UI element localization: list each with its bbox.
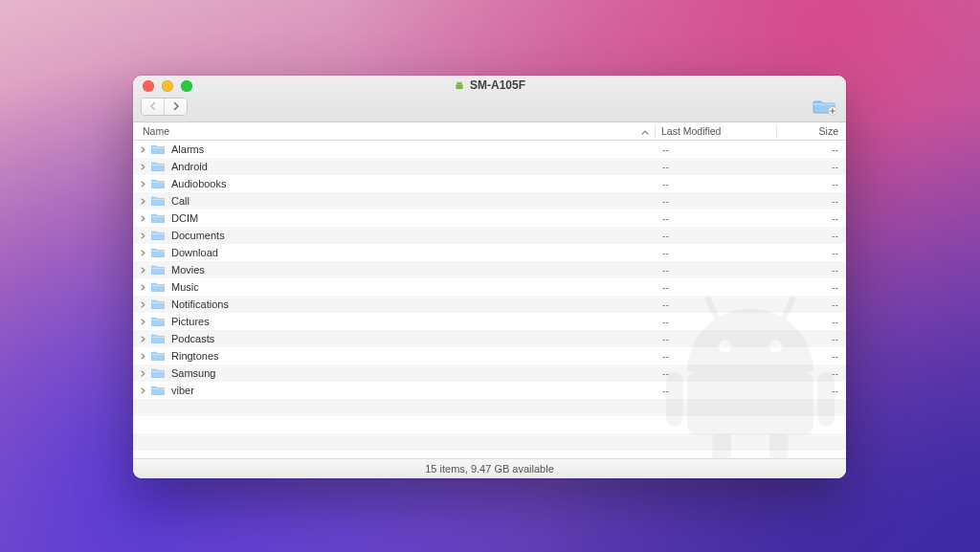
row-name: Android bbox=[171, 161, 208, 172]
table-row[interactable]: Notifications---- bbox=[133, 296, 846, 313]
row-modified: -- bbox=[657, 367, 777, 379]
close-button[interactable] bbox=[143, 80, 154, 92]
folder-icon bbox=[151, 385, 165, 397]
svg-rect-1 bbox=[456, 86, 462, 90]
folder-icon bbox=[151, 247, 165, 259]
folder-icon bbox=[151, 350, 165, 363]
svg-point-5 bbox=[460, 84, 461, 85]
svg-point-4 bbox=[457, 84, 458, 85]
row-modified: -- bbox=[657, 230, 777, 241]
file-browser-window: SM-A105F bbox=[133, 76, 846, 478]
chevron-right-icon[interactable] bbox=[139, 352, 147, 361]
folder-icon bbox=[151, 178, 165, 190]
table-row[interactable]: Android---- bbox=[133, 158, 846, 175]
folder-icon bbox=[151, 316, 165, 328]
chevron-right-icon[interactable] bbox=[139, 335, 147, 343]
forward-button[interactable] bbox=[164, 99, 187, 115]
chevron-right-icon[interactable] bbox=[139, 180, 147, 188]
table-row[interactable]: Call---- bbox=[133, 192, 846, 210]
row-size: -- bbox=[777, 316, 846, 327]
chevron-right-icon[interactable] bbox=[139, 145, 147, 154]
window-title: SM-A105F bbox=[133, 78, 846, 94]
chevron-right-icon[interactable] bbox=[139, 386, 147, 395]
column-headers: Name Last Modified Size bbox=[133, 122, 846, 141]
table-row[interactable]: viber---- bbox=[133, 382, 846, 399]
svg-line-3 bbox=[460, 82, 461, 84]
row-name: viber bbox=[171, 385, 194, 396]
table-row[interactable]: Movies---- bbox=[133, 261, 846, 278]
folder-icon bbox=[151, 367, 165, 380]
row-name: Pictures bbox=[171, 316, 210, 327]
row-modified: -- bbox=[657, 178, 777, 189]
row-size: -- bbox=[777, 385, 846, 396]
chevron-right-icon[interactable] bbox=[139, 163, 147, 171]
row-name: Samsung bbox=[171, 367, 215, 379]
folder-icon bbox=[151, 264, 165, 276]
new-folder-button[interactable] bbox=[812, 96, 838, 117]
row-modified: -- bbox=[657, 316, 777, 327]
chevron-right-icon[interactable] bbox=[139, 197, 147, 206]
row-modified: -- bbox=[657, 385, 777, 396]
row-name: Download bbox=[171, 247, 218, 258]
folder-icon bbox=[151, 195, 165, 208]
column-header-name[interactable]: Name bbox=[133, 125, 655, 137]
row-size: -- bbox=[777, 247, 846, 258]
row-name: Documents bbox=[171, 230, 225, 241]
status-bar: 15 items, 9.47 GB available bbox=[133, 458, 846, 478]
row-size: -- bbox=[777, 367, 846, 379]
toolbar bbox=[133, 97, 846, 121]
row-name: Ringtones bbox=[171, 350, 219, 362]
chevron-right-icon[interactable] bbox=[139, 300, 147, 309]
row-name: Alarms bbox=[171, 144, 204, 155]
zoom-button[interactable] bbox=[181, 80, 192, 92]
folder-icon bbox=[151, 144, 165, 156]
folder-icon bbox=[151, 298, 165, 311]
chevron-right-icon[interactable] bbox=[139, 266, 147, 275]
row-modified: -- bbox=[657, 281, 777, 293]
table-row[interactable]: Alarms---- bbox=[133, 141, 846, 158]
folder-icon bbox=[151, 281, 165, 294]
row-modified: -- bbox=[657, 298, 777, 310]
row-size: -- bbox=[777, 281, 846, 293]
row-size: -- bbox=[777, 195, 846, 207]
row-name: Audiobooks bbox=[171, 178, 227, 189]
row-modified: -- bbox=[657, 144, 777, 155]
row-modified: -- bbox=[657, 350, 777, 362]
folder-icon bbox=[151, 212, 165, 225]
row-name: Call bbox=[171, 195, 189, 207]
table-row[interactable]: Music---- bbox=[133, 278, 846, 296]
window-controls bbox=[133, 80, 192, 92]
column-header-size[interactable]: Size bbox=[776, 125, 846, 137]
minimize-button[interactable] bbox=[162, 80, 173, 92]
row-size: -- bbox=[777, 161, 846, 172]
row-size: -- bbox=[777, 333, 846, 344]
chevron-right-icon[interactable] bbox=[139, 232, 147, 240]
table-row[interactable]: DCIM---- bbox=[133, 210, 846, 227]
status-text: 15 items, 9.47 GB available bbox=[425, 463, 554, 475]
folder-icon bbox=[151, 161, 165, 173]
row-name: Movies bbox=[171, 264, 205, 276]
back-button[interactable] bbox=[142, 99, 164, 115]
table-row[interactable]: Download---- bbox=[133, 244, 846, 261]
file-list[interactable]: Alarms----Android----Audiobooks----Call-… bbox=[133, 141, 846, 458]
column-header-modified[interactable]: Last Modified bbox=[655, 125, 776, 137]
folder-icon bbox=[151, 230, 165, 242]
table-row[interactable]: Podcasts---- bbox=[133, 330, 846, 347]
chevron-right-icon[interactable] bbox=[139, 214, 147, 223]
chevron-right-icon[interactable] bbox=[139, 283, 147, 292]
table-row[interactable]: Samsung---- bbox=[133, 364, 846, 382]
row-size: -- bbox=[777, 212, 846, 224]
row-size: -- bbox=[777, 144, 846, 155]
table-row[interactable]: Ringtones---- bbox=[133, 347, 846, 364]
row-name: DCIM bbox=[171, 212, 198, 224]
titlebar[interactable]: SM-A105F bbox=[133, 76, 846, 122]
table-row[interactable]: Pictures---- bbox=[133, 313, 846, 330]
row-name: Podcasts bbox=[171, 333, 214, 344]
table-row[interactable]: Audiobooks---- bbox=[133, 175, 846, 192]
table-row[interactable]: Documents---- bbox=[133, 227, 846, 244]
nav-buttons bbox=[141, 98, 188, 116]
row-modified: -- bbox=[657, 333, 777, 344]
chevron-right-icon[interactable] bbox=[139, 369, 147, 378]
chevron-right-icon[interactable] bbox=[139, 318, 147, 326]
chevron-right-icon[interactable] bbox=[139, 249, 147, 257]
